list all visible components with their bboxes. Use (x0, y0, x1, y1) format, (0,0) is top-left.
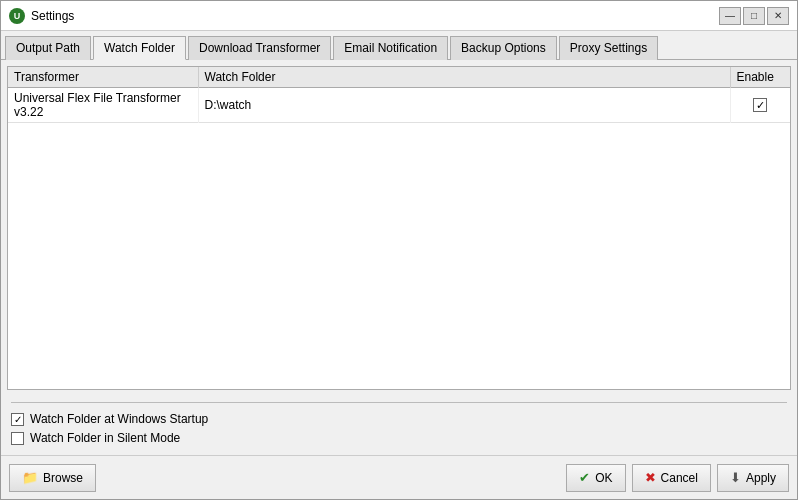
browse-label: Browse (43, 471, 83, 485)
maximize-button[interactable]: □ (743, 7, 765, 25)
close-button[interactable]: ✕ (767, 7, 789, 25)
main-content: Transformer Watch Folder Enable Universa… (1, 60, 797, 455)
cancel-icon: ✖ (645, 470, 656, 485)
tab-bar: Output Path Watch Folder Download Transf… (1, 31, 797, 60)
separator (11, 402, 787, 403)
col-header-transformer: Transformer (8, 67, 198, 88)
enable-checkbox[interactable] (753, 98, 767, 112)
tab-email-notification[interactable]: Email Notification (333, 36, 448, 60)
footer-left: 📁 Browse (9, 464, 560, 492)
bottom-options: Watch Folder at Windows Startup Watch Fo… (7, 390, 791, 449)
tab-output-path[interactable]: Output Path (5, 36, 91, 60)
browse-icon: 📁 (22, 470, 38, 485)
tab-proxy-settings[interactable]: Proxy Settings (559, 36, 658, 60)
title-bar: U Settings — □ ✕ (1, 1, 797, 31)
tab-download-transformer[interactable]: Download Transformer (188, 36, 331, 60)
ok-label: OK (595, 471, 612, 485)
col-header-watch-folder: Watch Folder (198, 67, 730, 88)
watch-folder-table: Transformer Watch Folder Enable Universa… (8, 67, 790, 123)
minimize-button[interactable]: — (719, 7, 741, 25)
ok-icon: ✔ (579, 470, 590, 485)
settings-window: U Settings — □ ✕ Output Path Watch Folde… (0, 0, 798, 500)
ok-button[interactable]: ✔ OK (566, 464, 625, 492)
cell-watch-folder: D:\watch (198, 88, 730, 123)
watch-silent-row[interactable]: Watch Folder in Silent Mode (11, 431, 787, 445)
table-row: Universal Flex File Transformer v3.22 D:… (8, 88, 790, 123)
cell-enable[interactable] (730, 88, 790, 123)
tab-watch-folder[interactable]: Watch Folder (93, 36, 186, 60)
apply-button[interactable]: ⬇ Apply (717, 464, 789, 492)
watch-startup-checkbox[interactable] (11, 413, 24, 426)
watch-folder-table-container: Transformer Watch Folder Enable Universa… (7, 66, 791, 390)
watch-startup-label: Watch Folder at Windows Startup (30, 412, 208, 426)
col-header-enable: Enable (730, 67, 790, 88)
app-icon: U (9, 8, 25, 24)
cancel-label: Cancel (661, 471, 698, 485)
tab-backup-options[interactable]: Backup Options (450, 36, 557, 60)
table-header-row: Transformer Watch Folder Enable (8, 67, 790, 88)
apply-label: Apply (746, 471, 776, 485)
window-title: Settings (31, 9, 74, 23)
title-controls: — □ ✕ (719, 7, 789, 25)
footer: 📁 Browse ✔ OK ✖ Cancel ⬇ Apply (1, 455, 797, 499)
watch-silent-label: Watch Folder in Silent Mode (30, 431, 180, 445)
title-bar-left: U Settings (9, 8, 74, 24)
watch-startup-row[interactable]: Watch Folder at Windows Startup (11, 412, 787, 426)
cancel-button[interactable]: ✖ Cancel (632, 464, 711, 492)
enable-checkbox-cell[interactable] (737, 98, 785, 112)
browse-button[interactable]: 📁 Browse (9, 464, 96, 492)
cell-transformer: Universal Flex File Transformer v3.22 (8, 88, 198, 123)
apply-icon: ⬇ (730, 470, 741, 485)
footer-right: ✔ OK ✖ Cancel ⬇ Apply (566, 464, 789, 492)
watch-silent-checkbox[interactable] (11, 432, 24, 445)
